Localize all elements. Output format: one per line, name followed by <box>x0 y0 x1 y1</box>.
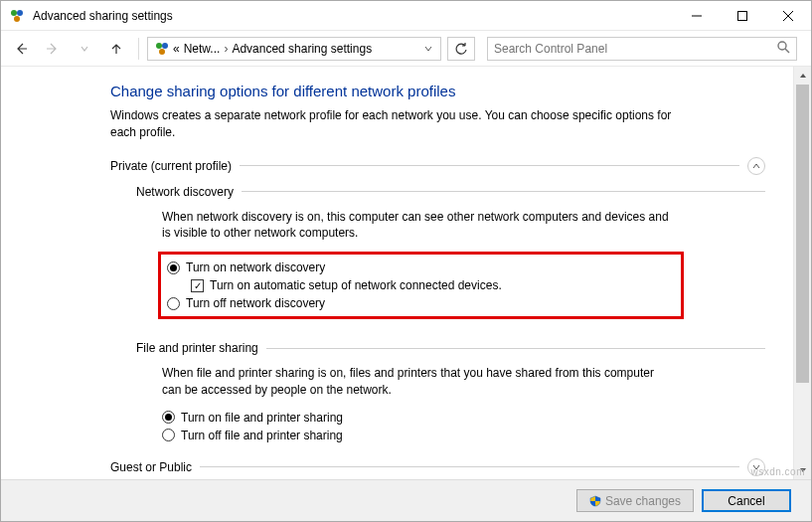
radio-label: Turn off file and printer sharing <box>181 429 343 442</box>
section-guest-label: Guest or Public <box>110 460 192 474</box>
radio-icon[interactable] <box>162 429 175 441</box>
save-label: Save changes <box>605 494 681 508</box>
radio-turn-off-file-sharing[interactable]: Turn off file and printer sharing <box>162 427 765 444</box>
svg-point-9 <box>159 49 165 55</box>
scrollbar[interactable] <box>793 67 811 479</box>
section-private[interactable]: Private (current profile) <box>110 157 765 175</box>
recent-dropdown[interactable] <box>71 35 98 63</box>
crumb-current[interactable]: Advanced sharing settings <box>230 42 374 56</box>
app-icon <box>9 8 25 24</box>
window-title: Advanced sharing settings <box>33 9 674 23</box>
nav-bar: « Netw... › Advanced sharing settings <box>1 31 811 67</box>
chevron-right-icon[interactable]: › <box>222 42 230 56</box>
search-icon[interactable] <box>777 40 790 58</box>
radio-turn-on-file-sharing[interactable]: Turn on file and printer sharing <box>162 409 765 427</box>
radio-icon[interactable] <box>167 297 180 310</box>
footer-bar: Save changes Cancel <box>1 479 811 521</box>
search-box[interactable] <box>487 37 797 61</box>
shield-icon <box>589 495 601 507</box>
maximize-button[interactable] <box>720 1 765 31</box>
highlight-box: Turn on network discovery ✓ Turn on auto… <box>158 252 684 319</box>
subsection-network-discovery: Network discovery <box>136 185 765 199</box>
back-button[interactable] <box>7 35 35 63</box>
svg-point-8 <box>162 43 168 49</box>
section-private-label: Private (current profile) <box>110 159 232 173</box>
breadcrumb-dropdown[interactable] <box>418 42 438 56</box>
page-description: Windows creates a separate network profi… <box>110 107 697 141</box>
up-button[interactable] <box>102 35 130 63</box>
radio-label: Turn on file and printer sharing <box>181 411 343 425</box>
breadcrumb[interactable]: « Netw... › Advanced sharing settings <box>147 37 441 61</box>
radio-icon[interactable] <box>167 261 180 274</box>
refresh-button[interactable] <box>447 37 475 61</box>
svg-point-7 <box>156 43 162 49</box>
cancel-label: Cancel <box>728 494 764 508</box>
radio-icon[interactable] <box>162 411 175 424</box>
section-guest-public[interactable]: Guest or Public <box>110 458 765 476</box>
checkbox-auto-setup[interactable]: ✓ Turn on automatic setup of network con… <box>167 276 502 294</box>
save-changes-button[interactable]: Save changes <box>576 489 694 512</box>
search-input[interactable] <box>494 42 777 56</box>
scrollbar-thumb[interactable] <box>796 85 809 383</box>
subsection-file-printer: File and printer sharing <box>136 341 765 355</box>
close-button[interactable] <box>765 1 811 31</box>
collapse-icon[interactable] <box>747 157 765 175</box>
scroll-up-icon[interactable] <box>794 67 811 85</box>
svg-point-0 <box>11 10 17 16</box>
minimize-button[interactable] <box>674 1 720 31</box>
network-discovery-label: Network discovery <box>136 185 234 199</box>
svg-point-2 <box>14 16 20 22</box>
svg-rect-4 <box>738 11 747 20</box>
nav-separator <box>138 38 139 60</box>
svg-point-1 <box>17 10 23 16</box>
checkbox-icon[interactable]: ✓ <box>191 279 204 292</box>
page-title: Change sharing options for different net… <box>110 83 765 99</box>
forward-button[interactable] <box>39 35 67 63</box>
svg-line-11 <box>785 49 789 53</box>
radio-label: Turn on network discovery <box>186 261 325 274</box>
title-bar: Advanced sharing settings <box>1 1 811 31</box>
content-area: Change sharing options for different net… <box>1 67 793 479</box>
network-discovery-desc: When network discovery is on, this compu… <box>136 209 673 243</box>
radio-turn-off-discovery[interactable]: Turn off network discovery <box>167 294 502 312</box>
file-printer-desc: When file and printer sharing is on, fil… <box>136 365 673 399</box>
svg-point-10 <box>778 42 786 50</box>
radio-label: Turn off network discovery <box>186 296 325 310</box>
cancel-button[interactable]: Cancel <box>702 489 791 512</box>
crumb-network[interactable]: Netw... <box>182 42 223 56</box>
watermark: wsxdn.com <box>750 466 805 477</box>
radio-turn-on-discovery[interactable]: Turn on network discovery <box>167 259 502 276</box>
crumb-prefix[interactable]: « <box>171 42 182 56</box>
checkbox-label: Turn on automatic setup of network conne… <box>210 278 502 292</box>
file-printer-label: File and printer sharing <box>136 341 258 355</box>
location-icon <box>152 41 168 57</box>
